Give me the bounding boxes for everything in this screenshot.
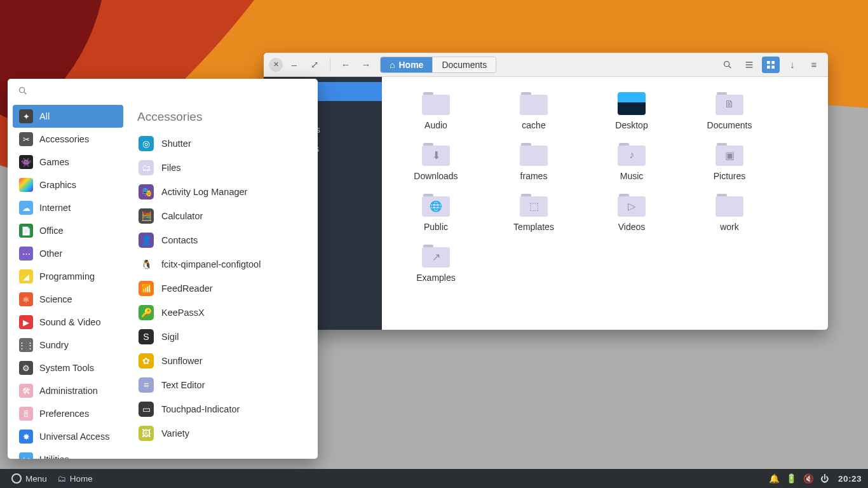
nav-back-button[interactable]: ← bbox=[337, 57, 355, 73]
menu-search-input[interactable] bbox=[34, 85, 308, 98]
folder-item[interactable]: Audio bbox=[388, 88, 484, 137]
menu-app[interactable]: 🐧fcitx-qimpanel-configtool bbox=[135, 252, 311, 276]
file-manager-content[interactable]: AudiocacheDesktop🗎Documents⬇Downloadsfra… bbox=[382, 77, 828, 330]
menu-app[interactable]: 🧮Calculator bbox=[135, 204, 311, 228]
folder-item[interactable]: ↗Examples bbox=[388, 241, 484, 289]
category-icon bbox=[19, 178, 33, 192]
folder-icon: ▣ bbox=[715, 143, 743, 166]
folder-item[interactable]: ▷Videos bbox=[584, 190, 679, 238]
category-icon: 🛠 bbox=[19, 384, 33, 398]
menu-app-label: Calculator bbox=[161, 211, 203, 221]
folder-label: Videos bbox=[618, 222, 646, 232]
menu-app[interactable]: ◎Shutter bbox=[135, 132, 311, 156]
search-icon[interactable] bbox=[719, 57, 736, 73]
svg-line-11 bbox=[24, 92, 26, 94]
folder-icon: 🗂 bbox=[57, 474, 66, 484]
menu-app-label: Activity Log Manager bbox=[161, 187, 247, 197]
folder-label: Audio bbox=[424, 120, 447, 130]
window-close-button[interactable]: ✕ bbox=[269, 58, 283, 72]
sort-button[interactable]: ↓ bbox=[783, 57, 801, 73]
grid-view-button[interactable] bbox=[762, 57, 780, 73]
system-tray: 🔔 🔋 🔇 ⏻ 20:23 bbox=[769, 473, 862, 484]
menu-category[interactable]: ✂Accessories bbox=[13, 128, 123, 151]
folder-icon: ▷ bbox=[618, 194, 646, 217]
window-minimize-button[interactable]: – bbox=[285, 57, 303, 73]
folder-glyph-icon: ↗ bbox=[422, 251, 450, 263]
nav-forward-button[interactable]: → bbox=[357, 57, 375, 73]
menu-category[interactable]: 👾Games bbox=[13, 151, 123, 173]
menu-app[interactable]: ▭Touchpad-Indicator bbox=[135, 397, 311, 421]
menu-category[interactable]: Graphics bbox=[13, 173, 123, 196]
menu-category[interactable]: ✂Utilities bbox=[13, 448, 123, 459]
app-icon: 📶 bbox=[139, 281, 154, 296]
folder-item[interactable]: 🌐Public bbox=[388, 190, 484, 238]
menu-app[interactable]: ✿Sunflower bbox=[135, 349, 311, 373]
menu-category[interactable]: ⋯Other bbox=[13, 242, 123, 265]
menu-category[interactable]: 🎚Preferences bbox=[13, 402, 123, 425]
category-icon: ☁ bbox=[19, 201, 33, 215]
folder-icon: ⬇ bbox=[422, 143, 450, 166]
folder-item[interactable]: cache bbox=[486, 88, 581, 137]
folder-item[interactable]: Desktop bbox=[584, 88, 679, 137]
menu-category[interactable]: 🛠Administration bbox=[13, 379, 123, 402]
window-maximize-button[interactable]: ⤢ bbox=[306, 57, 323, 73]
folder-item[interactable]: ♪Music bbox=[584, 139, 679, 187]
menu-category-label: Science bbox=[39, 294, 72, 304]
menu-category-label: Administration bbox=[39, 386, 98, 396]
path-segment[interactable]: Documents bbox=[432, 57, 496, 72]
folder-item[interactable]: frames bbox=[486, 139, 581, 187]
svg-point-10 bbox=[20, 87, 25, 92]
menu-category-label: Preferences bbox=[39, 409, 89, 419]
menu-app[interactable]: 🔑KeePassX bbox=[135, 301, 311, 325]
power-icon[interactable]: ⏻ bbox=[820, 474, 829, 484]
menu-category[interactable]: ▶Sound & Video bbox=[13, 311, 123, 334]
menu-category[interactable]: ⚛Science bbox=[13, 288, 123, 311]
folder-label: cache bbox=[522, 120, 545, 130]
menu-category[interactable]: ⚙System Tools bbox=[13, 356, 123, 379]
path-segment-label: Documents bbox=[442, 60, 487, 70]
menu-category-label: All bbox=[39, 111, 50, 121]
app-icon: 👤 bbox=[139, 233, 154, 248]
folder-item[interactable]: ⬇Downloads bbox=[388, 139, 484, 187]
menu-app[interactable]: 🖼Variety bbox=[135, 421, 311, 445]
menu-app[interactable]: 🎭Activity Log Manager bbox=[135, 180, 311, 204]
menu-app[interactable]: 🗂Files bbox=[135, 156, 311, 180]
notification-icon[interactable]: 🔔 bbox=[769, 473, 780, 484]
hamburger-menu-button[interactable]: ≡ bbox=[805, 57, 823, 73]
menu-app[interactable]: 👤Contacts bbox=[135, 228, 311, 252]
menu-app[interactable]: 📶FeedReader bbox=[135, 276, 311, 301]
volume-mute-icon[interactable]: 🔇 bbox=[803, 473, 814, 484]
menu-apps: Accessories ◎Shutter🗂Files🎭Activity Log … bbox=[128, 105, 318, 459]
path-segment[interactable]: ⌂Home bbox=[381, 57, 432, 72]
folder-item[interactable]: ⬚Templates bbox=[486, 190, 581, 238]
menu-category[interactable]: ◢Programming bbox=[13, 265, 123, 288]
folder-item[interactable]: ▣Pictures bbox=[682, 139, 777, 187]
menu-app[interactable]: SSigil bbox=[135, 325, 311, 349]
menu-app[interactable]: ≡Text Editor bbox=[135, 373, 311, 397]
app-icon: 🖼 bbox=[139, 426, 154, 441]
menu-categories: ✦All✂Accessories👾GamesGraphics☁Internet📄… bbox=[8, 105, 128, 459]
menu-category[interactable]: 📄Office bbox=[13, 219, 123, 242]
menu-category-label: Programming bbox=[39, 271, 95, 281]
list-view-button[interactable] bbox=[740, 57, 758, 73]
category-icon: ▶ bbox=[19, 315, 33, 329]
menu-category-label: System Tools bbox=[39, 363, 94, 373]
svg-point-1 bbox=[724, 61, 729, 66]
folder-label: Pictures bbox=[714, 171, 746, 181]
taskbar-item-home[interactable]: 🗂 Home bbox=[52, 469, 98, 488]
category-icon: ⋮⋮ bbox=[19, 338, 33, 352]
clock[interactable]: 20:23 bbox=[838, 474, 862, 484]
svg-line-2 bbox=[729, 66, 731, 68]
menu-category[interactable]: ⋮⋮Sundry bbox=[13, 334, 123, 356]
menu-button[interactable]: Menu bbox=[6, 469, 52, 488]
menu-category[interactable]: ☁Internet bbox=[13, 196, 123, 219]
folder-item[interactable]: work bbox=[682, 190, 777, 238]
menu-category-label: Sound & Video bbox=[39, 317, 100, 327]
menu-category[interactable]: ✦All bbox=[13, 105, 123, 128]
battery-icon[interactable]: 🔋 bbox=[786, 473, 797, 484]
menu-app-label: Sunflower bbox=[161, 356, 202, 366]
menu-category[interactable]: ✸Universal Access bbox=[13, 425, 123, 448]
folder-icon bbox=[520, 92, 548, 115]
app-icon: ◎ bbox=[139, 136, 154, 151]
folder-item[interactable]: 🗎Documents bbox=[682, 88, 777, 137]
